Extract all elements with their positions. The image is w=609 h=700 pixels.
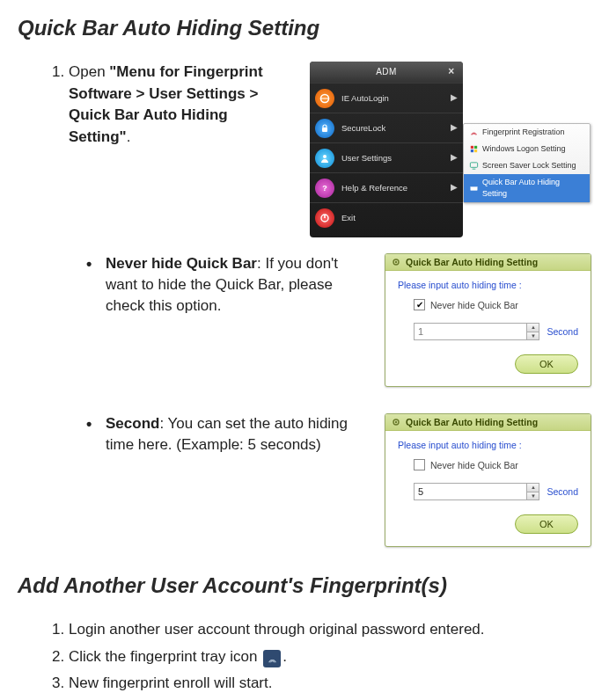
chevron-right-icon: ▶ (451, 91, 458, 105)
svg-point-13 (395, 261, 397, 263)
dialog-seconds: Quick Bar Auto Hiding Setting Please inp… (385, 413, 591, 547)
svg-rect-9 (473, 149, 476, 152)
bullet-list: Never hide Quick Bar: If you don't want … (86, 253, 591, 547)
svg-rect-6 (470, 146, 473, 149)
submenu-item-quickbar[interactable]: Quick Bar Auto Hiding Setting (464, 174, 590, 202)
adm-title-text: ADM (376, 66, 397, 79)
seconds-spinner-disabled: 1 ▲▼ (414, 323, 539, 340)
second-label: Second (547, 486, 578, 497)
adm-menu: ADM × IE AutoLogin ▶ Secur (310, 62, 463, 237)
step2-2: Click the fingerprint tray icon . (69, 646, 591, 668)
submenu-item-fpreg[interactable]: Fingerprint Registration (464, 124, 590, 141)
fingerprint-icon (468, 128, 479, 138)
user-icon (315, 149, 334, 168)
adm-label: Exit (341, 212, 458, 224)
dialog-titlebar: Quick Bar Auto Hiding Setting (385, 254, 591, 271)
steps-list-1: Open "Menu for Fingerprint Software > Us… (18, 62, 591, 237)
adm-row-help[interactable]: ? Help & Reference ▶ (310, 172, 463, 202)
svg-text:?: ? (322, 184, 327, 193)
adm-label: User Settings (341, 152, 451, 164)
spinner-value: 1 (418, 326, 423, 337)
dialog-never-hide: Quick Bar Auto Hiding Setting Please inp… (385, 253, 591, 387)
svg-point-2 (323, 155, 327, 158)
svg-rect-1 (322, 128, 327, 132)
submenu-label: Quick Bar Auto Hiding Setting (482, 177, 585, 200)
chevron-right-icon: ▶ (451, 181, 458, 194)
spinner-value: 5 (418, 486, 423, 497)
adm-row-exit[interactable]: Exit (310, 202, 463, 232)
adm-label: IE AutoLogin (341, 92, 451, 105)
spinner-down-icon: ▼ (527, 332, 539, 340)
checkbox-checked-icon[interactable]: ✔ (414, 299, 425, 310)
bullet-bold: Second (106, 415, 159, 432)
step2-3: New fingerprint enroll will start. (69, 673, 591, 695)
fingerprint-tray-icon (263, 650, 281, 667)
dialog-prompt: Please input auto hiding time : (398, 280, 578, 290)
power-icon (315, 208, 334, 228)
submenu-item-screensaver[interactable]: Screen Saver Lock Setting (464, 157, 590, 174)
chevron-right-icon: ▶ (451, 151, 458, 164)
section-title-adduser: Add Another User Account's Fingerprint(s… (18, 573, 591, 598)
submenu-label: Fingerprint Registration (482, 127, 565, 138)
svg-point-15 (395, 421, 397, 423)
adm-label: SecureLock (341, 122, 451, 135)
second-label: Second (547, 326, 578, 337)
dialog-title: Quick Bar Auto Hiding Setting (406, 417, 538, 427)
step2-1: Login another user account through origi… (69, 619, 591, 641)
never-hide-checkbox-row[interactable]: Never hide Quick Bar (414, 459, 578, 470)
dialog-title: Quick Bar Auto Hiding Setting (406, 257, 538, 267)
adm-row-securelock[interactable]: SecureLock ▶ (310, 113, 463, 142)
spinner-up-icon: ▲ (527, 324, 539, 332)
step2-2-prefix: Click the fingerprint tray icon (69, 648, 261, 665)
adm-label: Help & Reference (341, 182, 451, 194)
bullet-bold: Never hide Quick Bar (106, 255, 257, 272)
svg-rect-11 (470, 186, 476, 190)
svg-rect-8 (470, 149, 473, 152)
seconds-spinner[interactable]: 5 ▲▼ (414, 483, 539, 500)
submenu-label: Windows Logon Setting (482, 143, 566, 155)
step1-dot: . (127, 128, 131, 145)
spinner-buttons: ▲▼ (526, 324, 539, 339)
step1-open: Open (69, 63, 109, 80)
spinner-down-icon[interactable]: ▼ (527, 492, 539, 500)
section-title-quickbar: Quick Bar Auto Hiding Setting (18, 16, 591, 40)
dialog-titlebar: Quick Bar Auto Hiding Setting (385, 414, 591, 431)
chevron-right-icon: ▶ (451, 121, 458, 135)
gear-icon (391, 417, 401, 427)
checkbox-label: Never hide Quick Bar (430, 460, 518, 470)
svg-rect-10 (470, 163, 477, 168)
close-icon[interactable]: × (445, 65, 458, 77)
user-settings-submenu: Fingerprint Registration Windows Logon S… (463, 123, 591, 203)
spinner-buttons[interactable]: ▲▼ (526, 484, 539, 499)
gear-icon (391, 257, 401, 267)
steps-list-2: Login another user account through origi… (18, 619, 591, 695)
windows-icon (468, 144, 479, 155)
adm-titlebar: ADM × (310, 62, 463, 83)
quickbar-icon (468, 183, 479, 193)
spinner-up-icon[interactable]: ▲ (527, 484, 539, 492)
adm-row-ie[interactable]: IE AutoLogin ▶ (310, 83, 463, 113)
adm-row-usersettings[interactable]: User Settings ▶ (310, 142, 463, 172)
never-hide-checkbox-row[interactable]: ✔ Never hide Quick Bar (414, 299, 578, 310)
checkbox-label: Never hide Quick Bar (430, 300, 518, 310)
help-icon: ? (315, 179, 334, 198)
svg-rect-7 (473, 146, 476, 149)
ie-icon (315, 89, 334, 108)
dialog-prompt: Please input auto hiding time : (398, 440, 578, 450)
checkbox-unchecked-icon[interactable] (414, 459, 425, 470)
screensaver-icon (468, 161, 479, 171)
step2-2-suffix: . (282, 648, 287, 665)
adm-screenshot: ADM × IE AutoLogin ▶ Secur (310, 62, 591, 237)
bullet-second: Second: You can set the auto hiding time… (86, 413, 591, 547)
lock-icon (315, 119, 334, 138)
bullet-never: Never hide Quick Bar: If you don't want … (86, 253, 591, 387)
ok-button[interactable]: OK (515, 354, 578, 374)
submenu-label: Screen Saver Lock Setting (482, 160, 576, 171)
ok-button[interactable]: OK (515, 514, 578, 534)
step-1: Open "Menu for Fingerprint Software > Us… (69, 62, 591, 237)
submenu-item-winlogon[interactable]: Windows Logon Setting (464, 141, 590, 157)
